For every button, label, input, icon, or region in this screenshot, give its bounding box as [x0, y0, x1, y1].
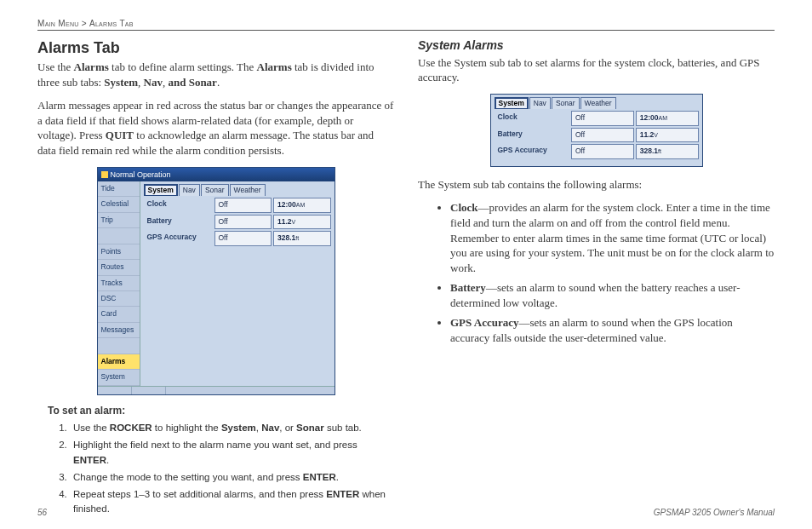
alarm-label: Clock — [495, 111, 570, 125]
system-alarms-list-intro: The System sub tab contains the followin… — [418, 177, 775, 193]
alarm-label: GPS Accuracy — [495, 144, 570, 158]
sidebar-item: Tide — [98, 181, 140, 197]
sidebar-item: Tracks — [98, 276, 140, 291]
alarm-value: 328.1ft — [273, 231, 331, 245]
system-alarms-intro: Use the System sub tab to set alarms for… — [418, 55, 775, 85]
manual-title: GPSMAP 3205 Owner's Manual — [654, 508, 775, 517]
steps-list: Use the ROCKER to highlight the System, … — [70, 421, 394, 517]
step-item: Use the ROCKER to highlight the System, … — [70, 421, 394, 435]
system-subtabs: SystemNavSonarWeather — [491, 95, 702, 109]
screenshot-system-subtab: SystemNavSonarWeather ClockOff12:00AMBat… — [490, 94, 703, 167]
system-alarms-bullets: Clock—provides an alarm for the system c… — [450, 200, 775, 345]
sidebar-item: Celestial — [98, 197, 140, 212]
alarm-mode: Off — [214, 231, 272, 245]
sidebar-item: Messages — [98, 323, 140, 338]
alarm-mode: Off — [571, 144, 634, 158]
header-rule — [37, 30, 775, 31]
window-titlebar: Normal Operation — [98, 168, 335, 181]
sidebar-item: Trip — [98, 213, 140, 228]
alarm-label: GPS Accuracy — [144, 231, 213, 245]
step-item: Highlight the field next to the alarm na… — [70, 438, 394, 468]
subtab-system: System — [144, 184, 178, 196]
alarm-value: 12:00AM — [273, 198, 331, 212]
alarm-value: 328.1ft — [636, 144, 699, 158]
alarm-value: 11.2V — [636, 128, 699, 142]
subtab-sonar: Sonar — [201, 184, 229, 196]
alarm-subtabs: SystemNavSonarWeather — [140, 181, 335, 196]
alarm-mode: Off — [571, 128, 634, 142]
step-item: Change the mode to the setting you want,… — [70, 470, 394, 485]
main-menu-sidebar: TideCelestialTrip PointsRoutesTracksDSCC… — [98, 181, 140, 386]
alarm-grid: ClockOff12:00AMBatteryOff11.2VGPS Accura… — [140, 196, 335, 252]
alarms-intro-2: Alarm messages appear in red across the … — [37, 98, 394, 158]
window-title: Normal Operation — [111, 170, 171, 180]
alarm-mode: Off — [571, 111, 634, 125]
page-number: 56 — [37, 508, 47, 517]
subtab-system: System — [495, 97, 529, 109]
sidebar-item: Routes — [98, 260, 140, 275]
alarm-label: Clock — [144, 198, 213, 212]
subtab-sonar: Sonar — [552, 97, 580, 109]
bullet-item: GPS Accuracy—sets an alarm to sound when… — [450, 315, 775, 345]
sidebar-item — [98, 338, 140, 354]
breadcrumb-right: Alarms Tab — [89, 19, 134, 28]
sidebar-item: DSC — [98, 291, 140, 307]
system-alarms-heading: System Alarms — [418, 37, 775, 54]
subtab-nav: Nav — [529, 97, 551, 109]
sidebar-item — [98, 228, 140, 244]
page-footer: 56 GPSMAP 3205 Owner's Manual — [37, 508, 775, 517]
subtab-weather: Weather — [230, 184, 266, 196]
breadcrumb-left: Main Menu — [37, 19, 79, 28]
alarm-mode: Off — [214, 215, 272, 229]
sidebar-item: Alarms — [98, 354, 140, 370]
bullet-item: Battery—sets an alarm to sound when the … — [450, 280, 775, 310]
sidebar-item: Card — [98, 307, 140, 322]
alarm-value: 12:00AM — [636, 111, 699, 125]
steps-heading: To set an alarm: — [48, 404, 394, 417]
subtab-nav: Nav — [179, 184, 200, 196]
alarms-tab-heading: Alarms Tab — [37, 37, 394, 58]
right-column: System Alarms Use the System sub tab to … — [418, 37, 775, 520]
status-bar — [98, 386, 335, 394]
window-icon — [101, 171, 108, 178]
alarm-mode: Off — [214, 198, 272, 212]
system-grid: ClockOff12:00AMBatteryOff11.2VGPS Accura… — [491, 109, 702, 165]
screenshot-normal-operation: Normal Operation TideCelestialTrip Point… — [97, 167, 335, 395]
left-column: Alarms Tab Use the Alarms tab to define … — [37, 37, 394, 520]
subtab-weather: Weather — [580, 97, 616, 109]
bullet-item: Clock—provides an alarm for the system c… — [450, 200, 775, 275]
alarms-intro-1: Use the Alarms tab to define alarm setti… — [37, 60, 394, 89]
alarm-value: 11.2V — [273, 215, 331, 229]
alarm-label: Battery — [144, 215, 213, 229]
breadcrumb-sep: > — [82, 19, 87, 28]
sidebar-item: Points — [98, 244, 140, 260]
breadcrumb: Main Menu > Alarms Tab — [37, 19, 775, 28]
alarm-label: Battery — [495, 128, 570, 142]
sidebar-item: System — [98, 370, 140, 385]
